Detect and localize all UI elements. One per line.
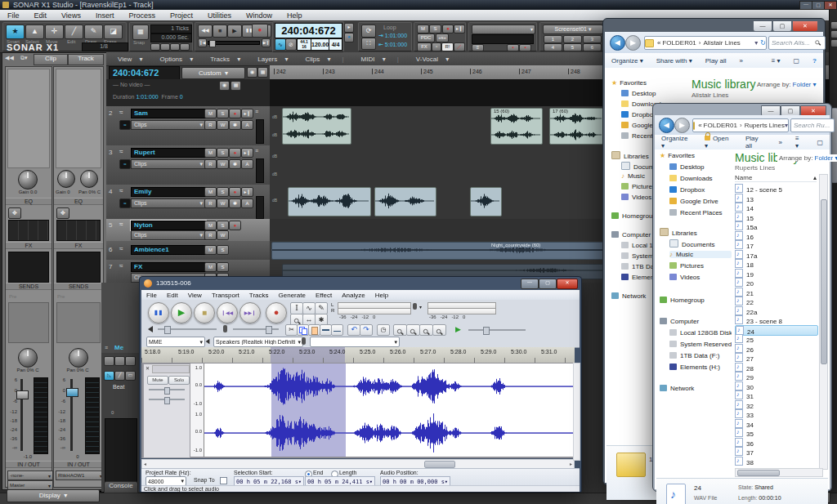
echo-button[interactable]: ▸❙ — [241, 187, 253, 197]
tv-menu-options[interactable]: Options — [148, 56, 199, 63]
play-all-button[interactable]: Play all — [699, 57, 733, 65]
screenset-5-button[interactable]: 5 — [563, 43, 582, 51]
inspector-collapse-icon[interactable]: ◀◀ — [5, 55, 14, 61]
file-row[interactable]: 22 — [735, 297, 817, 306]
silence-button[interactable] — [331, 324, 343, 336]
seq-tool-button[interactable]: ╱ — [114, 371, 125, 381]
views-button[interactable] — [789, 135, 810, 149]
fit-project-button[interactable] — [432, 324, 446, 336]
file-list-vscrollbar[interactable] — [819, 174, 828, 470]
fx-section-header[interactable]: FX — [54, 242, 103, 249]
file-row[interactable]: 28 — [735, 363, 817, 372]
snap-option-button[interactable] — [160, 43, 170, 51]
organize-button[interactable]: Organize — [655, 135, 698, 149]
more-commands-button[interactable]: » — [772, 139, 789, 146]
now-time-display[interactable]: 240:04:672 — [275, 23, 342, 38]
aud-menu-effect[interactable]: Effect — [311, 292, 337, 299]
track-header-ambience[interactable]: 6 Ambience1 M S — [106, 241, 271, 261]
audio-host-dropdown[interactable]: MME — [146, 337, 205, 347]
audio-clip[interactable] — [282, 108, 351, 145]
file-row[interactable]: 36 — [735, 438, 817, 447]
address-bar[interactable]: FOLDER01 Ruperts Lines — [692, 118, 789, 132]
read-button[interactable]: R — [204, 120, 217, 130]
arm-all-button[interactable] — [442, 25, 454, 33]
sidebar-computer[interactable]: Computer — [660, 318, 732, 325]
preview-pane-button[interactable]: ▢ — [810, 139, 830, 146]
seq-button[interactable] — [104, 356, 114, 366]
waveform-canvas[interactable] — [204, 364, 575, 457]
write-button[interactable]: W — [217, 120, 229, 130]
back-button[interactable]: ◀ — [659, 118, 674, 133]
track-close-icon[interactable] — [145, 365, 150, 371]
file-row[interactable]: 23 - scene 8 — [735, 315, 817, 324]
aud-stop-button[interactable] — [194, 302, 215, 323]
sonar-maximize-button[interactable]: ▢ — [812, 1, 825, 10]
sonar-title-bar[interactable]: SONAR X1 Studio - [RavenskilEp1 - Track]… — [0, 0, 837, 10]
send-pre-button[interactable]: Pre — [57, 294, 65, 299]
snap-toggle-button[interactable]: ▦ — [132, 25, 149, 40]
smart-tool-button[interactable] — [6, 25, 25, 39]
aud-menu-generate[interactable]: Generate — [274, 292, 311, 299]
fader-track[interactable] — [20, 379, 23, 451]
echo-button[interactable]: ▸❙ — [241, 148, 253, 158]
aud-track-panel[interactable]: Mute Solo — [143, 364, 190, 458]
back-button[interactable]: ◀ — [610, 35, 625, 51]
clips-dropdown[interactable]: Clips — [131, 230, 206, 240]
track-header-nyton[interactable]: 5 Nyton M S Clips R W — [106, 219, 271, 242]
sidebar-recent-places[interactable]: Recent Places — [669, 209, 732, 216]
track-name-field[interactable]: Nyton — [131, 221, 206, 230]
file-row[interactable]: 20 — [735, 278, 817, 287]
loop-start-time[interactable]: ⇥ 1:01:000 — [378, 33, 407, 39]
screenset-2-button[interactable]: 2 — [563, 35, 582, 43]
go-end-button[interactable]: ▶❙ — [262, 38, 271, 47]
snap-option-button[interactable] — [180, 43, 190, 51]
video-grid-button[interactable]: ▦ — [231, 81, 241, 91]
cut-button[interactable] — [285, 324, 298, 336]
play-button[interactable] — [227, 25, 242, 38]
echo-button[interactable]: ▸❙ — [241, 109, 253, 118]
division-field[interactable]: 1/8 — [82, 42, 128, 51]
seq-tool-button[interactable]: ▭ — [125, 371, 136, 381]
trim-button[interactable] — [320, 324, 332, 336]
sonar-minimize-button[interactable]: — — [799, 1, 812, 10]
solo-button[interactable]: S — [217, 148, 229, 158]
audio-clip[interactable] — [470, 187, 502, 216]
clips-dropdown[interactable]: Clips — [131, 159, 206, 169]
file-row[interactable]: 32 — [735, 400, 817, 409]
waveform-display-button[interactable]: ∿ — [275, 38, 286, 51]
mute-slash-button[interactable]: ／ — [454, 42, 465, 51]
file-row[interactable]: 15a — [735, 221, 817, 230]
write-button[interactable]: W — [217, 198, 229, 208]
solo-button[interactable]: S — [217, 187, 229, 197]
eq-section-header[interactable]: EQ — [54, 198, 103, 205]
menu-project[interactable]: Project — [163, 11, 200, 20]
input-meter-dropdown[interactable] — [419, 304, 422, 310]
copy-button[interactable] — [297, 324, 309, 336]
slash-display-button[interactable]: ⊘ — [285, 38, 297, 51]
menu-edit[interactable]: Edit — [27, 11, 55, 20]
mute-button[interactable]: M — [204, 148, 217, 158]
audacity-window[interactable]: 130515-006 — ▢ ✕ File Edit View Transpor… — [139, 276, 582, 493]
pdc-button[interactable]: PDC — [417, 33, 435, 42]
mute-button[interactable]: M — [204, 262, 217, 272]
fader-thumb[interactable] — [16, 390, 29, 399]
minimize-button[interactable]: — — [753, 20, 772, 32]
aud-record-button[interactable] — [266, 302, 287, 323]
clips-dropdown[interactable]: Clips — [131, 198, 206, 208]
tv-menu-clips[interactable]: Clips — [294, 56, 337, 63]
output-volume-thumb[interactable] — [164, 326, 171, 334]
mute-button[interactable]: Mute — [147, 376, 168, 385]
seq-button[interactable] — [114, 356, 125, 366]
file-row[interactable]: 12 - scene 5 — [735, 184, 817, 193]
input-volume-slider[interactable] — [233, 328, 279, 330]
eq-section-header[interactable]: EQ — [6, 198, 51, 205]
mute-button[interactable]: M — [204, 109, 217, 118]
aud-play-button[interactable] — [171, 302, 192, 323]
sidebar-drive-h[interactable]: Elements (H:) — [669, 364, 732, 371]
gain-knob[interactable] — [18, 170, 38, 190]
track-header-emily[interactable]: 4 Emily M S ▸❙ Clips R W A — [106, 185, 271, 220]
write-button[interactable]: W — [217, 159, 229, 169]
screenset-1-button[interactable]: 1 — [544, 35, 562, 43]
dock-button[interactable] — [830, 21, 837, 29]
select-tool-button[interactable]: ▲ — [25, 25, 44, 39]
